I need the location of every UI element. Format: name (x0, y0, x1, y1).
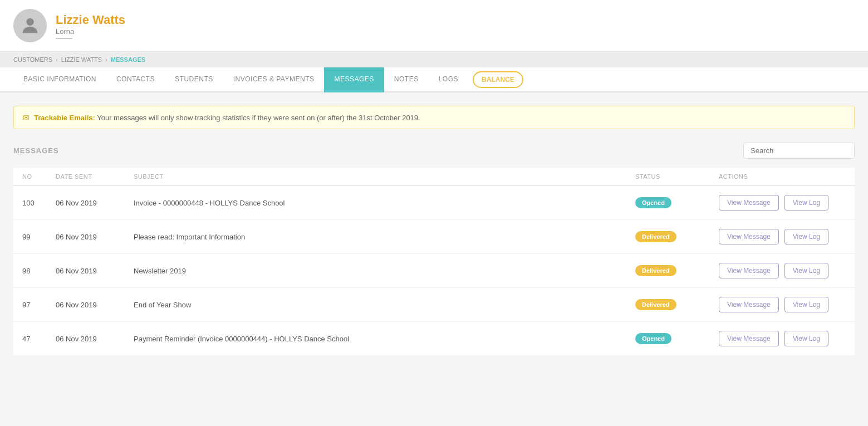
cell-date-sent: 06 Nov 2019 (47, 220, 125, 254)
breadcrumb-sep-2: › (105, 56, 107, 63)
table-row: 47 06 Nov 2019 Payment Reminder (Invoice… (13, 322, 855, 356)
header-name: Lizzie Watts (56, 13, 125, 27)
view-log-button[interactable]: View Log (784, 195, 828, 210)
actions-cell: View Message View Log (719, 195, 846, 210)
view-log-button[interactable]: View Log (784, 229, 828, 244)
header-sub: Lorna (56, 27, 125, 36)
cell-no: 99 (13, 220, 47, 254)
messages-table: NO DATE SENT SUBJECT STATUS ACTIONS 100 … (13, 168, 855, 355)
status-badge: Delivered (635, 265, 676, 276)
cell-subject: Payment Reminder (Invoice 0000000444) - … (125, 322, 626, 356)
cell-date-sent: 06 Nov 2019 (47, 186, 125, 220)
svg-point-0 (26, 18, 33, 26)
status-badge: Opened (635, 333, 671, 344)
table-header-row: NO DATE SENT SUBJECT STATUS ACTIONS (13, 168, 855, 186)
view-log-button[interactable]: View Log (784, 331, 828, 346)
actions-cell: View Message View Log (719, 331, 846, 346)
status-badge: Delivered (635, 231, 676, 242)
breadcrumb-messages: MESSAGES (111, 56, 145, 63)
breadcrumb-sep-1: › (56, 56, 58, 63)
col-header-status: STATUS (626, 168, 710, 186)
search-input[interactable] (743, 143, 855, 159)
cell-actions: View Message View Log (710, 254, 855, 288)
alert-body: Your messages will only show tracking st… (97, 114, 420, 122)
table-row: 100 06 Nov 2019 Invoice - 0000000448 - H… (13, 186, 855, 220)
cell-no: 97 (13, 288, 47, 322)
view-log-button[interactable]: View Log (784, 297, 828, 312)
table-body: 100 06 Nov 2019 Invoice - 0000000448 - H… (13, 186, 855, 356)
cell-actions: View Message View Log (710, 288, 855, 322)
table-head: NO DATE SENT SUBJECT STATUS ACTIONS (13, 168, 855, 186)
cell-no: 47 (13, 322, 47, 356)
cell-status: Delivered (626, 254, 710, 288)
cell-actions: View Message View Log (710, 220, 855, 254)
cell-status: Opened (626, 322, 710, 356)
avatar (13, 9, 47, 42)
tab-invoices-payments[interactable]: INVOICES & PAYMENTS (223, 67, 325, 92)
actions-cell: View Message View Log (719, 297, 846, 312)
col-header-date-sent: DATE SENT (47, 168, 125, 186)
section-title: MESSAGES (13, 146, 59, 155)
tab-contacts[interactable]: CONTACTS (106, 67, 165, 92)
cell-subject: Newsletter 2019 (125, 254, 626, 288)
email-icon: ✉ (23, 113, 30, 122)
view-message-button[interactable]: View Message (719, 195, 779, 210)
tabs-bar: BASIC INFORMATION CONTACTS STUDENTS INVO… (0, 67, 868, 92)
trackable-emails-alert: ✉ Trackable Emails: Your messages will o… (13, 106, 855, 129)
cell-no: 98 (13, 254, 47, 288)
cell-actions: View Message View Log (710, 186, 855, 220)
cell-date-sent: 06 Nov 2019 (47, 322, 125, 356)
breadcrumb-lizzie[interactable]: LIZZIE WATTS (61, 56, 102, 63)
status-badge: Delivered (635, 299, 676, 310)
tab-balance[interactable]: BALANCE (473, 71, 523, 88)
header-divider (56, 38, 72, 39)
cell-status: Delivered (626, 288, 710, 322)
col-header-subject: SUBJECT (125, 168, 626, 186)
cell-status: Delivered (626, 220, 710, 254)
tab-basic-information[interactable]: BASIC INFORMATION (13, 67, 106, 92)
header: Lizzie Watts Lorna (0, 0, 868, 52)
breadcrumb-customers[interactable]: CUSTOMERS (13, 56, 52, 63)
cell-subject: End of Year Show (125, 288, 626, 322)
view-message-button[interactable]: View Message (719, 263, 779, 278)
cell-actions: View Message View Log (710, 322, 855, 356)
table-row: 98 06 Nov 2019 Newsletter 2019 Delivered… (13, 254, 855, 288)
table-row: 97 06 Nov 2019 End of Year Show Delivere… (13, 288, 855, 322)
breadcrumb: CUSTOMERS › LIZZIE WATTS › MESSAGES (0, 52, 868, 67)
tab-logs[interactable]: LOGS (429, 67, 468, 92)
col-header-actions: ACTIONS (710, 168, 855, 186)
actions-cell: View Message View Log (719, 263, 846, 278)
header-info: Lizzie Watts Lorna (56, 13, 125, 39)
table-row: 99 06 Nov 2019 Please read: Important In… (13, 220, 855, 254)
actions-cell: View Message View Log (719, 229, 846, 244)
cell-subject: Invoice - 0000000448 - HOLLYS Dance Scho… (125, 186, 626, 220)
cell-subject: Please read: Important Information (125, 220, 626, 254)
cell-no: 100 (13, 186, 47, 220)
col-header-no: NO (13, 168, 47, 186)
tab-students[interactable]: STUDENTS (165, 67, 223, 92)
view-message-button[interactable]: View Message (719, 229, 779, 244)
alert-text: Trackable Emails: Your messages will onl… (34, 114, 420, 122)
tab-messages[interactable]: MESSAGES (324, 67, 384, 92)
cell-status: Opened (626, 186, 710, 220)
section-header: MESSAGES (13, 143, 855, 159)
status-badge: Opened (635, 197, 671, 208)
view-message-button[interactable]: View Message (719, 331, 779, 346)
view-log-button[interactable]: View Log (784, 263, 828, 278)
view-message-button[interactable]: View Message (719, 297, 779, 312)
cell-date-sent: 06 Nov 2019 (47, 288, 125, 322)
tab-notes[interactable]: NOTES (384, 67, 429, 92)
cell-date-sent: 06 Nov 2019 (47, 254, 125, 288)
alert-bold: Trackable Emails: (34, 114, 95, 122)
main-content: ✉ Trackable Emails: Your messages will o… (0, 92, 868, 369)
